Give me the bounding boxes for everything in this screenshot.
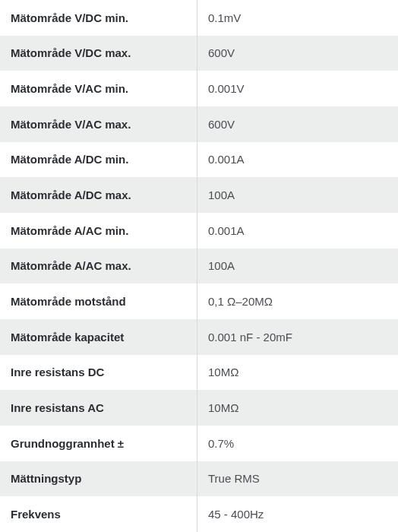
spec-value: 0.001 nF - 20mF (197, 331, 398, 344)
table-row: Mätområde A/AC max. 100A (0, 249, 398, 284)
spec-value: 10MΩ (197, 366, 398, 378)
table-row: Inre resistans DC 10MΩ (0, 355, 398, 391)
spec-value: 600V (197, 46, 398, 59)
table-row: Mätområde A/DC min. 0.001A (0, 142, 398, 178)
table-row: Frekvens 45 - 400Hz (0, 496, 398, 532)
spec-label: Mätområde V/AC max. (0, 106, 197, 142)
spec-value: 0,1 Ω–20MΩ (197, 295, 398, 308)
spec-value: 0.7% (197, 437, 398, 450)
table-row: Mätområde motstånd 0,1 Ω–20MΩ (0, 283, 398, 319)
spec-label: Mätområde kapacitet (0, 319, 197, 355)
table-row: Mätområde V/DC min. 0.1mV (0, 0, 398, 36)
table-row: Mättningstyp True RMS (0, 461, 398, 497)
spec-table: Mätområde V/DC min. 0.1mV Mätområde V/DC… (0, 0, 398, 532)
table-row: Mätområde kapacitet 0.001 nF - 20mF (0, 319, 398, 355)
table-row: Grundnoggrannhet ± 0.7% (0, 426, 398, 461)
table-row: Mätområde V/AC min. 0.001V (0, 71, 398, 106)
spec-value: 100A (197, 259, 398, 272)
spec-value: 10MΩ (197, 401, 398, 414)
spec-label: Inre resistans AC (0, 390, 197, 426)
spec-label: Mätområde A/DC max. (0, 177, 197, 213)
spec-value: 100A (197, 188, 398, 201)
spec-value: 0.001V (197, 82, 398, 95)
spec-label: Mätområde V/DC max. (0, 36, 197, 71)
spec-label: Frekvens (0, 496, 197, 532)
spec-value: 0.001A (197, 153, 398, 166)
spec-value: 600V (197, 118, 398, 131)
spec-value: True RMS (197, 472, 398, 485)
spec-label: Mätområde A/AC min. (0, 213, 197, 249)
spec-label: Mätområde A/AC max. (0, 249, 197, 284)
spec-label: Mätområde A/DC min. (0, 142, 197, 178)
spec-label: Grundnoggrannhet ± (0, 426, 197, 461)
spec-value: 0.001A (197, 224, 398, 237)
table-row: Mätområde A/DC max. 100A (0, 177, 398, 213)
spec-label: Mätområde V/DC min. (0, 0, 197, 36)
table-row: Inre resistans AC 10MΩ (0, 390, 398, 426)
spec-label: Mätområde motstånd (0, 283, 197, 319)
spec-value: 45 - 400Hz (197, 508, 398, 521)
table-row: Mätområde V/AC max. 600V (0, 106, 398, 142)
spec-value: 0.1mV (197, 11, 398, 24)
table-row: Mätområde V/DC max. 600V (0, 36, 398, 71)
spec-label: Mättningstyp (0, 461, 197, 497)
spec-label: Mätområde V/AC min. (0, 71, 197, 106)
spec-label: Inre resistans DC (0, 355, 197, 391)
table-row: Mätområde A/AC min. 0.001A (0, 213, 398, 249)
